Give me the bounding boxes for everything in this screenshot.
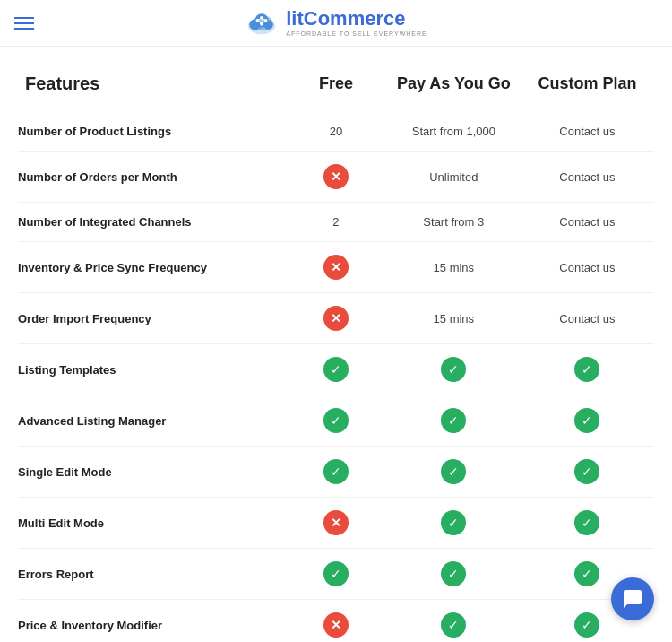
feature-name: Multi Edit Mode xyxy=(18,498,285,549)
cross-icon: ✕ xyxy=(323,255,349,280)
check-icon: ✓ xyxy=(441,408,466,433)
check-icon: ✓ xyxy=(441,357,466,382)
free-cell: ✓ xyxy=(285,549,387,600)
check-icon: ✓ xyxy=(441,459,466,484)
custom-cell: Contact us xyxy=(521,203,654,242)
table-row: Price & Inventory Modifier✕✓✓ xyxy=(18,600,654,643)
features-table: Features Free Pay As You Go Custom Plan … xyxy=(18,65,654,642)
check-icon: ✓ xyxy=(574,612,599,638)
table-row: Advanced Listing Manager✓✓✓ xyxy=(18,395,654,447)
table-row: Order Import Frequency✕15 minsContact us xyxy=(18,293,654,344)
check-icon: ✓ xyxy=(441,561,466,586)
paygo-cell: 15 mins xyxy=(387,293,521,344)
custom-cell: ✓ xyxy=(521,498,654,549)
check-icon: ✓ xyxy=(574,459,599,484)
custom-cell: Contact us xyxy=(521,152,654,203)
check-icon: ✓ xyxy=(323,459,349,484)
hamburger-menu[interactable] xyxy=(14,17,34,30)
check-icon: ✓ xyxy=(441,612,466,638)
paygo-cell: ✓ xyxy=(387,549,521,600)
check-icon: ✓ xyxy=(441,510,466,535)
chat-button[interactable] xyxy=(611,577,654,620)
custom-cell: ✓ xyxy=(521,395,654,447)
feature-name: Number of Integrated Channels xyxy=(18,203,285,242)
feature-name: Order Import Frequency xyxy=(18,293,285,344)
paygo-cell: Start from 1,000 xyxy=(387,112,521,152)
chat-icon xyxy=(622,588,643,610)
paygo-cell: ✓ xyxy=(387,447,521,498)
table-row: Number of Orders per Month✕UnlimitedCont… xyxy=(18,152,654,203)
feature-name: Errors Report xyxy=(18,549,285,600)
free-cell: ✓ xyxy=(285,447,387,498)
free-cell: ✓ xyxy=(285,344,387,395)
paygo-cell: ✓ xyxy=(387,344,521,395)
check-icon: ✓ xyxy=(574,561,599,586)
table-row: Number of Product Listings20Start from 1… xyxy=(18,112,654,152)
table-row: Single Edit Mode✓✓✓ xyxy=(18,447,654,498)
col-header-features: Features xyxy=(18,65,285,112)
free-cell: ✕ xyxy=(285,498,387,549)
col-header-paygo: Pay As You Go xyxy=(387,65,521,112)
feature-name: Advanced Listing Manager xyxy=(18,395,285,447)
cross-icon: ✕ xyxy=(323,164,349,189)
feature-name: Number of Product Listings xyxy=(18,112,285,152)
feature-name: Single Edit Mode xyxy=(18,447,285,498)
check-icon: ✓ xyxy=(323,408,349,433)
table-row: Errors Report✓✓✓ xyxy=(18,549,654,600)
paygo-cell: ✓ xyxy=(387,498,521,549)
free-cell: ✕ xyxy=(285,152,387,203)
header: litCommerce AFFORDABLE TO SELL EVERYWHER… xyxy=(0,0,672,47)
table-row: Multi Edit Mode✕✓✓ xyxy=(18,498,654,549)
logo: litCommerce AFFORDABLE TO SELL EVERYWHER… xyxy=(245,9,427,37)
paygo-cell: Start from 3 xyxy=(387,203,521,242)
feature-name: Inventory & Price Sync Frequency xyxy=(18,242,285,293)
paygo-cell: Unlimited xyxy=(387,152,521,203)
feature-name: Listing Templates xyxy=(18,344,285,395)
custom-cell: ✓ xyxy=(521,447,654,498)
custom-cell: Contact us xyxy=(521,242,654,293)
free-cell: ✕ xyxy=(285,242,387,293)
logo-text: litCommerce AFFORDABLE TO SELL EVERYWHER… xyxy=(286,9,427,37)
table-row: Listing Templates✓✓✓ xyxy=(18,344,654,395)
logo-brand-name: litCommerce xyxy=(286,9,405,29)
feature-name: Price & Inventory Modifier xyxy=(18,600,285,643)
check-icon: ✓ xyxy=(323,561,349,586)
cross-icon: ✕ xyxy=(323,510,349,535)
free-cell: ✕ xyxy=(285,293,387,344)
main-content: Features Free Pay As You Go Custom Plan … xyxy=(0,47,672,642)
free-cell: ✕ xyxy=(285,600,387,643)
logo-tagline: AFFORDABLE TO SELL EVERYWHERE xyxy=(286,30,427,37)
cross-icon: ✕ xyxy=(323,306,349,331)
check-icon: ✓ xyxy=(323,357,349,382)
free-cell: ✓ xyxy=(285,395,387,447)
free-cell: 20 xyxy=(285,112,387,152)
check-icon: ✓ xyxy=(574,408,599,433)
col-header-custom: Custom Plan xyxy=(521,65,654,112)
check-icon: ✓ xyxy=(574,510,599,535)
table-row: Number of Integrated Channels2Start from… xyxy=(18,203,654,242)
logo-cloud-icon xyxy=(245,11,279,36)
cross-icon: ✕ xyxy=(323,612,349,638)
custom-cell: ✓ xyxy=(521,344,654,395)
paygo-cell: ✓ xyxy=(387,395,521,447)
custom-cell: Contact us xyxy=(521,112,654,152)
table-row: Inventory & Price Sync Frequency✕15 mins… xyxy=(18,242,654,293)
paygo-cell: 15 mins xyxy=(387,242,521,293)
paygo-cell: ✓ xyxy=(387,600,521,643)
col-header-free: Free xyxy=(285,65,387,112)
free-cell: 2 xyxy=(285,203,387,242)
feature-name: Number of Orders per Month xyxy=(18,152,285,203)
check-icon: ✓ xyxy=(574,357,599,382)
custom-cell: Contact us xyxy=(521,293,654,344)
